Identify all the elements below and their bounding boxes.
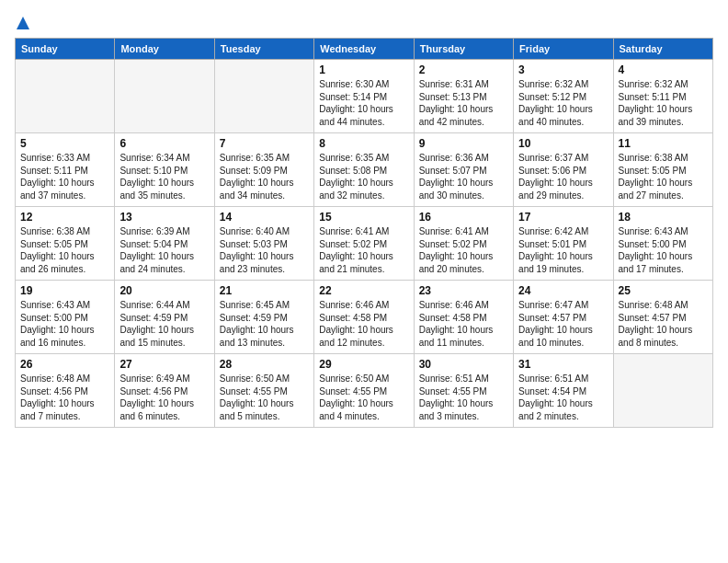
calendar-cell: 16Sunrise: 6:41 AM Sunset: 5:02 PM Dayli… (414, 207, 513, 281)
day-info: Sunrise: 6:46 AM Sunset: 4:58 PM Dayligh… (419, 299, 508, 349)
day-number: 14 (220, 211, 309, 224)
day-number: 29 (319, 358, 408, 371)
calendar-cell: 13Sunrise: 6:39 AM Sunset: 5:04 PM Dayli… (115, 207, 214, 281)
day-info: Sunrise: 6:34 AM Sunset: 5:10 PM Dayligh… (119, 152, 209, 201)
logo (15, 15, 31, 30)
day-info: Sunrise: 6:43 AM Sunset: 5:00 PM Dayligh… (619, 225, 708, 275)
day-number: 2 (419, 63, 508, 76)
day-number: 1 (319, 63, 408, 76)
day-header-tuesday: Tuesday (214, 39, 313, 60)
day-info: Sunrise: 6:39 AM Sunset: 5:04 PM Dayligh… (119, 225, 209, 275)
logo-icon (17, 15, 29, 34)
day-info: Sunrise: 6:47 AM Sunset: 4:57 PM Dayligh… (518, 299, 608, 349)
day-info: Sunrise: 6:46 AM Sunset: 4:58 PM Dayligh… (319, 299, 408, 349)
day-info: Sunrise: 6:50 AM Sunset: 4:55 PM Dayligh… (319, 373, 408, 422)
calendar-cell: 5Sunrise: 6:33 AM Sunset: 5:11 PM Daylig… (16, 133, 115, 207)
calendar-cell: 8Sunrise: 6:35 AM Sunset: 5:08 PM Daylig… (314, 133, 414, 207)
calendar-cell: 18Sunrise: 6:43 AM Sunset: 5:00 PM Dayli… (613, 207, 712, 281)
calendar-cell: 7Sunrise: 6:35 AM Sunset: 5:09 PM Daylig… (214, 133, 313, 207)
calendar-cell: 26Sunrise: 6:48 AM Sunset: 4:56 PM Dayli… (16, 354, 115, 428)
day-info: Sunrise: 6:32 AM Sunset: 5:12 PM Dayligh… (518, 78, 608, 128)
day-info: Sunrise: 6:37 AM Sunset: 5:06 PM Dayligh… (518, 152, 608, 201)
calendar-cell: 11Sunrise: 6:38 AM Sunset: 5:05 PM Dayli… (613, 133, 712, 207)
day-number: 18 (619, 211, 708, 224)
day-info: Sunrise: 6:38 AM Sunset: 5:05 PM Dayligh… (20, 225, 109, 275)
calendar-cell: 14Sunrise: 6:40 AM Sunset: 5:03 PM Dayli… (214, 207, 313, 281)
day-info: Sunrise: 6:44 AM Sunset: 4:59 PM Dayligh… (119, 299, 209, 349)
day-info: Sunrise: 6:45 AM Sunset: 4:59 PM Dayligh… (220, 299, 309, 349)
calendar-table: SundayMondayTuesdayWednesdayThursdayFrid… (15, 38, 713, 428)
calendar-cell: 1Sunrise: 6:30 AM Sunset: 5:14 PM Daylig… (314, 60, 414, 133)
day-info: Sunrise: 6:36 AM Sunset: 5:07 PM Dayligh… (419, 152, 508, 201)
day-number: 17 (518, 211, 608, 224)
day-number: 28 (220, 358, 309, 371)
day-header-wednesday: Wednesday (314, 39, 414, 60)
calendar-cell: 10Sunrise: 6:37 AM Sunset: 5:06 PM Dayli… (514, 133, 613, 207)
day-number: 22 (319, 284, 408, 297)
day-info: Sunrise: 6:41 AM Sunset: 5:02 PM Dayligh… (419, 225, 508, 275)
day-info: Sunrise: 6:51 AM Sunset: 4:54 PM Dayligh… (518, 373, 608, 422)
calendar-cell: 25Sunrise: 6:48 AM Sunset: 4:57 PM Dayli… (613, 281, 712, 354)
calendar-cell: 2Sunrise: 6:31 AM Sunset: 5:13 PM Daylig… (414, 60, 513, 133)
day-number: 21 (220, 284, 309, 297)
calendar-cell: 15Sunrise: 6:41 AM Sunset: 5:02 PM Dayli… (314, 207, 414, 281)
day-number: 11 (619, 137, 708, 150)
day-number: 16 (419, 211, 508, 224)
calendar-cell: 6Sunrise: 6:34 AM Sunset: 5:10 PM Daylig… (115, 133, 214, 207)
day-number: 23 (419, 284, 508, 297)
calendar-cell: 27Sunrise: 6:49 AM Sunset: 4:56 PM Dayli… (115, 354, 214, 428)
day-number: 27 (119, 358, 209, 371)
day-number: 13 (119, 211, 209, 224)
day-info: Sunrise: 6:43 AM Sunset: 5:00 PM Dayligh… (20, 299, 109, 349)
calendar-cell: 12Sunrise: 6:38 AM Sunset: 5:05 PM Dayli… (16, 207, 115, 281)
day-info: Sunrise: 6:41 AM Sunset: 5:02 PM Dayligh… (319, 225, 408, 275)
calendar-cell: 19Sunrise: 6:43 AM Sunset: 5:00 PM Dayli… (16, 281, 115, 354)
calendar-cell: 23Sunrise: 6:46 AM Sunset: 4:58 PM Dayli… (414, 281, 513, 354)
day-header-saturday: Saturday (613, 39, 712, 60)
day-info: Sunrise: 6:30 AM Sunset: 5:14 PM Dayligh… (319, 78, 408, 128)
calendar-cell: 22Sunrise: 6:46 AM Sunset: 4:58 PM Dayli… (314, 281, 414, 354)
day-info: Sunrise: 6:49 AM Sunset: 4:56 PM Dayligh… (119, 373, 209, 422)
calendar-cell: 28Sunrise: 6:50 AM Sunset: 4:55 PM Dayli… (214, 354, 313, 428)
calendar-cell: 24Sunrise: 6:47 AM Sunset: 4:57 PM Dayli… (514, 281, 613, 354)
calendar-cell: 9Sunrise: 6:36 AM Sunset: 5:07 PM Daylig… (414, 133, 513, 207)
day-number: 19 (20, 284, 109, 297)
day-info: Sunrise: 6:35 AM Sunset: 5:08 PM Dayligh… (319, 152, 408, 201)
day-header-monday: Monday (115, 39, 214, 60)
svg-marker-0 (17, 17, 29, 29)
day-info: Sunrise: 6:51 AM Sunset: 4:55 PM Dayligh… (419, 373, 508, 422)
week-row-2: 5Sunrise: 6:33 AM Sunset: 5:11 PM Daylig… (16, 133, 713, 207)
day-number: 20 (119, 284, 209, 297)
calendar-cell: 21Sunrise: 6:45 AM Sunset: 4:59 PM Dayli… (214, 281, 313, 354)
week-row-5: 26Sunrise: 6:48 AM Sunset: 4:56 PM Dayli… (16, 354, 713, 428)
calendar-cell (613, 354, 712, 428)
day-number: 6 (119, 137, 209, 150)
day-number: 30 (419, 358, 508, 371)
day-number: 9 (419, 137, 508, 150)
day-info: Sunrise: 6:50 AM Sunset: 4:55 PM Dayligh… (220, 373, 309, 422)
day-header-sunday: Sunday (16, 39, 115, 60)
calendar-cell: 29Sunrise: 6:50 AM Sunset: 4:55 PM Dayli… (314, 354, 414, 428)
calendar-cell: 17Sunrise: 6:42 AM Sunset: 5:01 PM Dayli… (514, 207, 613, 281)
calendar-cell: 4Sunrise: 6:32 AM Sunset: 5:11 PM Daylig… (613, 60, 712, 133)
day-info: Sunrise: 6:31 AM Sunset: 5:13 PM Dayligh… (419, 78, 508, 128)
week-row-3: 12Sunrise: 6:38 AM Sunset: 5:05 PM Dayli… (16, 207, 713, 281)
calendar-header-row: SundayMondayTuesdayWednesdayThursdayFrid… (16, 39, 713, 60)
calendar-cell: 30Sunrise: 6:51 AM Sunset: 4:55 PM Dayli… (414, 354, 513, 428)
day-number: 5 (20, 137, 109, 150)
day-info: Sunrise: 6:48 AM Sunset: 4:57 PM Dayligh… (619, 299, 708, 349)
calendar-cell: 31Sunrise: 6:51 AM Sunset: 4:54 PM Dayli… (514, 354, 613, 428)
day-number: 15 (319, 211, 408, 224)
day-number: 12 (20, 211, 109, 224)
day-number: 31 (518, 358, 608, 371)
page-header (15, 15, 713, 30)
calendar-cell: 3Sunrise: 6:32 AM Sunset: 5:12 PM Daylig… (514, 60, 613, 133)
calendar-cell (214, 60, 313, 133)
day-number: 26 (20, 358, 109, 371)
day-info: Sunrise: 6:48 AM Sunset: 4:56 PM Dayligh… (20, 373, 109, 422)
day-header-thursday: Thursday (414, 39, 513, 60)
day-number: 25 (619, 284, 708, 297)
day-header-friday: Friday (514, 39, 613, 60)
calendar-cell (115, 60, 214, 133)
week-row-4: 19Sunrise: 6:43 AM Sunset: 5:00 PM Dayli… (16, 281, 713, 354)
